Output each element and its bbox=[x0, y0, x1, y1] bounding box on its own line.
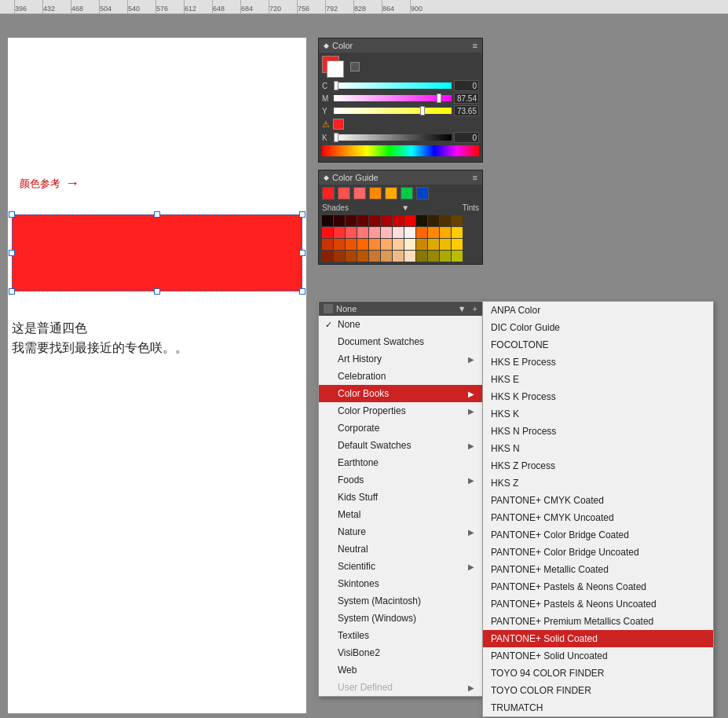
shade-cell[interactable] bbox=[381, 215, 392, 226]
shade-cell[interactable] bbox=[416, 239, 427, 250]
submenu-item-hks-k[interactable]: HKS K bbox=[483, 405, 713, 423]
menu-item-none[interactable]: None bbox=[319, 316, 482, 333]
menu-item-textiles[interactable]: Textiles bbox=[319, 627, 482, 644]
channel-y-slider[interactable] bbox=[334, 108, 452, 114]
submenu-item-hks-n-process[interactable]: HKS N Process bbox=[483, 423, 713, 440]
channel-k-value[interactable]: 0 bbox=[454, 132, 479, 143]
menu-item-celebration[interactable]: Celebration bbox=[319, 368, 482, 385]
shade-cell[interactable] bbox=[404, 227, 415, 238]
menu-item-foods[interactable]: Foods▶ bbox=[319, 471, 482, 489]
guide-swatch-6[interactable] bbox=[416, 187, 429, 200]
menu-item-neutral[interactable]: Neutral bbox=[319, 540, 482, 558]
menu-item-color-properties[interactable]: Color Properties▶ bbox=[319, 402, 482, 419]
channel-c-value[interactable]: 0 bbox=[454, 80, 479, 91]
shade-cell[interactable] bbox=[369, 227, 380, 238]
shade-cell[interactable] bbox=[334, 239, 345, 250]
shade-cell[interactable] bbox=[452, 239, 463, 250]
submenu-item-pantone-bridge-uncoated[interactable]: PANTONE+ Color Bridge Uncoated bbox=[483, 544, 713, 561]
shade-cell[interactable] bbox=[440, 227, 451, 238]
handle-bm[interactable] bbox=[154, 288, 160, 295]
shade-cell[interactable] bbox=[404, 239, 415, 250]
none-swatch-small[interactable] bbox=[350, 62, 360, 71]
handle-br[interactable] bbox=[299, 288, 305, 295]
submenu-item-pantone-pastels-uncoated[interactable]: PANTONE+ Pastels & Neons Uncoated bbox=[483, 595, 713, 613]
stroke-swatch[interactable] bbox=[327, 60, 344, 78]
submenu-item-pantone-cmyk-coated[interactable]: PANTONE+ CMYK Coated bbox=[483, 492, 713, 509]
shade-cell[interactable] bbox=[428, 239, 439, 250]
menu-item-document-swatches[interactable]: Document Swatches bbox=[319, 333, 482, 350]
submenu-item-trumatch[interactable]: TRUMATCH bbox=[483, 699, 713, 716]
color-panel-menu-icon[interactable]: ≡ bbox=[473, 41, 477, 50]
shade-cell[interactable] bbox=[404, 251, 415, 262]
menu-item-earthtone[interactable]: Earthtone bbox=[319, 454, 482, 471]
shade-cell[interactable] bbox=[346, 215, 357, 226]
submenu-item-toyo[interactable]: TOYO COLOR FINDER bbox=[483, 682, 713, 699]
guide-swatch-4[interactable] bbox=[385, 187, 397, 200]
color-swatch-stack[interactable] bbox=[322, 56, 344, 78]
guide-swatch-1[interactable] bbox=[338, 187, 350, 200]
submenu-item-focoltone[interactable]: FOCOLTONE bbox=[483, 336, 713, 354]
handle-mr[interactable] bbox=[299, 250, 305, 256]
shade-cell[interactable] bbox=[381, 239, 392, 250]
channel-y-value[interactable]: 73.65 bbox=[454, 105, 479, 116]
menu-item-system-mac[interactable]: System (Macintosh) bbox=[319, 592, 482, 610]
shade-cell[interactable] bbox=[334, 215, 345, 226]
shades-dropdown-icon[interactable]: ▼ bbox=[401, 203, 409, 212]
shade-cell[interactable] bbox=[357, 239, 368, 250]
channel-k-slider[interactable] bbox=[334, 134, 452, 141]
red-rect-container[interactable] bbox=[12, 214, 302, 291]
submenu-item-anpa[interactable]: ANPA Color bbox=[483, 302, 713, 319]
channel-k-thumb[interactable] bbox=[334, 133, 338, 142]
shade-cell[interactable] bbox=[346, 239, 357, 250]
handle-tl[interactable] bbox=[9, 211, 15, 218]
shade-cell[interactable] bbox=[393, 227, 404, 238]
submenu-item-pantone-metallic-coated[interactable]: PANTONE+ Metallic Coated bbox=[483, 561, 713, 578]
guide-swatch-main[interactable] bbox=[322, 187, 335, 200]
shade-cell[interactable] bbox=[381, 251, 392, 262]
shade-cell[interactable] bbox=[428, 227, 439, 238]
submenu-item-hks-e[interactable]: HKS E bbox=[483, 371, 713, 388]
channel-c-slider[interactable] bbox=[334, 82, 452, 89]
submenu-item-dic[interactable]: DIC Color Guide bbox=[483, 319, 713, 336]
submenu-item-pantone-cmyk-uncoated[interactable]: PANTONE+ CMYK Uncoated bbox=[483, 509, 713, 526]
channel-m-thumb[interactable] bbox=[437, 93, 441, 103]
shade-cell[interactable] bbox=[369, 251, 380, 262]
guide-swatch-5[interactable] bbox=[401, 187, 413, 200]
shade-cell[interactable] bbox=[416, 227, 427, 238]
shade-cell[interactable] bbox=[416, 251, 427, 262]
menu-item-default-swatches[interactable]: Default Swatches▶ bbox=[319, 437, 482, 454]
submenu-item-pantone-solid-uncoated[interactable]: PANTONE+ Solid Uncoated bbox=[483, 647, 713, 665]
shade-cell[interactable] bbox=[440, 251, 451, 262]
submenu-item-hks-k-process[interactable]: HKS K Process bbox=[483, 388, 713, 405]
shade-cell[interactable] bbox=[322, 227, 333, 238]
submenu-item-hks-z[interactable]: HKS Z bbox=[483, 474, 713, 492]
shade-cell[interactable] bbox=[369, 215, 380, 226]
handle-tr[interactable] bbox=[299, 211, 305, 218]
swatches-menu-add-icon[interactable]: + bbox=[473, 304, 477, 313]
menu-item-system-win[interactable]: System (Windows) bbox=[319, 610, 482, 627]
guide-swatch-2[interactable] bbox=[353, 187, 366, 200]
menu-item-web[interactable]: Web bbox=[319, 661, 482, 679]
handle-tm[interactable] bbox=[154, 211, 160, 218]
shade-cell[interactable] bbox=[440, 239, 451, 250]
channel-m-value[interactable]: 87.54 bbox=[454, 93, 479, 104]
shade-cell[interactable] bbox=[334, 251, 345, 262]
shade-cell[interactable] bbox=[393, 251, 404, 262]
shade-cell[interactable] bbox=[440, 215, 451, 226]
shade-cell[interactable] bbox=[393, 215, 404, 226]
channel-y-thumb[interactable] bbox=[420, 106, 425, 115]
color-spectrum[interactable] bbox=[322, 145, 479, 156]
shade-cell[interactable] bbox=[428, 251, 439, 262]
menu-item-corporate[interactable]: Corporate bbox=[319, 419, 482, 437]
shade-cell[interactable] bbox=[404, 215, 415, 226]
menu-item-metal[interactable]: Metal bbox=[319, 506, 482, 523]
shade-cell[interactable] bbox=[393, 239, 404, 250]
menu-item-color-books[interactable]: Color Books▶ bbox=[319, 385, 482, 402]
handle-ml[interactable] bbox=[9, 250, 15, 256]
menu-item-art-history[interactable]: Art History▶ bbox=[319, 350, 482, 368]
shade-cell[interactable] bbox=[322, 251, 333, 262]
shade-cell[interactable] bbox=[357, 251, 368, 262]
shade-cell[interactable] bbox=[346, 227, 357, 238]
shade-cell[interactable] bbox=[452, 251, 463, 262]
shade-cell[interactable] bbox=[452, 227, 463, 238]
